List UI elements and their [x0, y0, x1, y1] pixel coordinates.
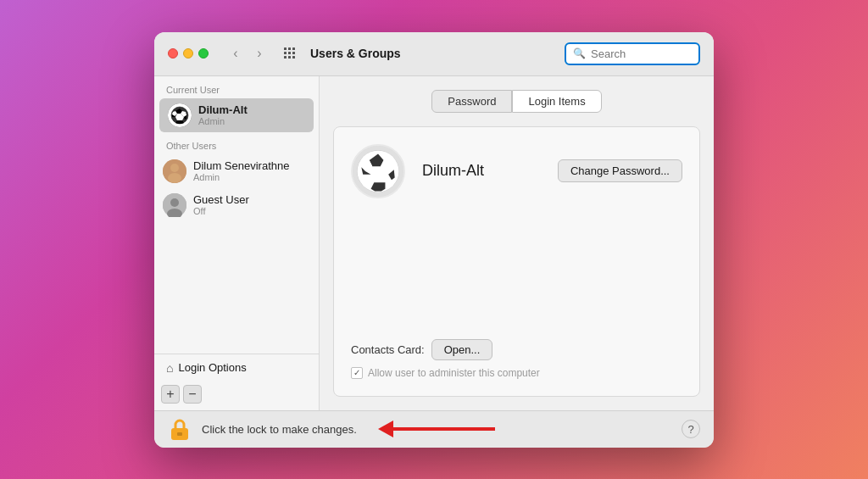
lock-icon[interactable]	[168, 417, 192, 441]
other-user-2-role: Off	[193, 206, 249, 216]
users-groups-window: ‹ › Users & Groups 🔍 Current	[154, 32, 714, 448]
arrow-head	[378, 421, 393, 437]
bottom-bar: Click the lock to make changes. ?	[154, 410, 714, 448]
close-button[interactable]	[168, 48, 178, 58]
sidebar-controls: + −	[154, 382, 319, 410]
svg-rect-1	[288, 47, 291, 50]
home-icon: ⌂	[166, 361, 173, 375]
current-user-name: Dilum-Alt	[198, 103, 248, 116]
lock-text: Click the lock to make changes.	[202, 423, 368, 436]
window-title: Users & Groups	[310, 47, 554, 60]
grid-icon[interactable]	[280, 43, 300, 64]
main-username: Dilum-Alt	[422, 162, 541, 180]
current-user-info: Dilum-Alt Admin	[198, 103, 248, 126]
maximize-button[interactable]	[198, 48, 209, 58]
login-options-label: Login Options	[178, 361, 246, 374]
main-user-avatar	[351, 144, 405, 198]
tab-bar: Password Login Items	[333, 90, 700, 113]
svg-rect-7	[288, 56, 291, 58]
admin-label: Allow user to administer this computer	[368, 367, 540, 379]
other-user-item-2[interactable]: Guest User Off	[154, 188, 319, 222]
other-user-2-avatar	[163, 193, 186, 217]
svg-rect-3	[284, 52, 287, 54]
open-contacts-button[interactable]: Open...	[431, 339, 493, 360]
other-user-item-1[interactable]: Dilum Senevirathne Admin	[154, 154, 319, 188]
svg-rect-5	[292, 52, 295, 54]
current-user-item[interactable]: Dilum-Alt Admin	[159, 98, 314, 132]
panel-content: Dilum-Alt Change Password... Contacts Ca…	[333, 126, 700, 397]
svg-rect-4	[288, 52, 291, 54]
user-header: Dilum-Alt Change Password...	[351, 144, 682, 198]
other-user-2-info: Guest User Off	[193, 193, 249, 216]
svg-rect-2	[292, 47, 295, 50]
contacts-row: Contacts Card: Open...	[351, 339, 682, 360]
login-options-item[interactable]: ⌂ Login Options	[154, 354, 319, 382]
svg-point-23	[170, 198, 179, 207]
arrow-line	[393, 427, 495, 431]
current-user-avatar	[168, 103, 192, 127]
sidebar: Current User	[154, 76, 320, 410]
help-button[interactable]: ?	[682, 420, 700, 438]
current-user-label: Current User	[154, 76, 319, 98]
svg-point-20	[170, 164, 179, 172]
svg-point-21	[168, 173, 181, 183]
nav-buttons: ‹ ›	[225, 43, 270, 64]
change-password-button[interactable]: Change Password...	[558, 159, 682, 182]
content-area: Current User	[154, 76, 714, 410]
svg-rect-37	[177, 432, 182, 436]
title-bar: ‹ › Users & Groups 🔍	[154, 32, 714, 76]
current-user-role: Admin	[198, 116, 248, 126]
tab-login-items[interactable]: Login Items	[512, 90, 601, 113]
search-icon: 🔍	[573, 47, 586, 59]
add-user-button[interactable]: +	[161, 385, 180, 404]
traffic-lights	[168, 48, 209, 58]
red-arrow	[378, 421, 495, 437]
forward-button[interactable]: ›	[249, 43, 270, 64]
svg-rect-0	[284, 47, 287, 50]
admin-checkbox[interactable]: ✓	[351, 367, 363, 379]
other-users-label: Other Users	[154, 132, 319, 154]
svg-rect-8	[292, 56, 295, 58]
contacts-label: Contacts Card:	[351, 343, 425, 356]
main-panel: Password Login Items	[320, 76, 714, 410]
other-user-1-name: Dilum Senevirathne	[193, 159, 289, 172]
other-user-1-role: Admin	[193, 172, 289, 182]
admin-checkbox-row: ✓ Allow user to administer this computer	[351, 367, 682, 379]
remove-user-button[interactable]: −	[183, 385, 202, 404]
svg-rect-6	[284, 56, 287, 58]
tab-password[interactable]: Password	[431, 90, 512, 113]
search-input[interactable]	[591, 47, 693, 60]
back-button[interactable]: ‹	[225, 43, 246, 64]
minimize-button[interactable]	[183, 48, 193, 58]
other-user-1-info: Dilum Senevirathne Admin	[193, 159, 289, 182]
search-bar[interactable]: 🔍	[565, 42, 700, 65]
other-user-1-avatar	[163, 159, 186, 183]
other-user-2-name: Guest User	[193, 193, 249, 206]
